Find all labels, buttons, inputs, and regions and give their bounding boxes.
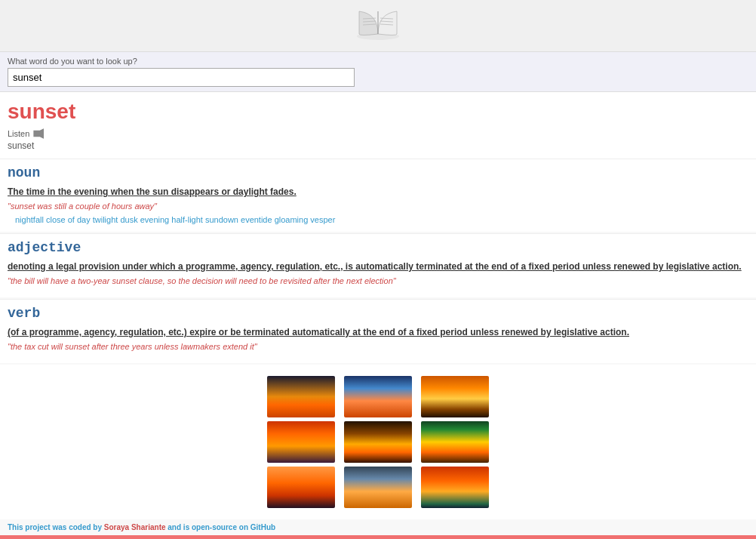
- word-phonetic: sunset: [0, 140, 756, 157]
- sunset-image-6[interactable]: [344, 467, 412, 508]
- sunset-image-7[interactable]: [421, 376, 489, 417]
- header: [0, 0, 756, 52]
- verb-definition: (of a programme, agency, regulation, etc…: [8, 325, 748, 339]
- search-input[interactable]: [8, 68, 355, 87]
- footer-note-middle: and is open-source on: [166, 523, 250, 531]
- pos-verb: verb: [8, 306, 748, 321]
- listen-icon[interactable]: [33, 128, 44, 139]
- noun-example: "sunset was still a couple of hours away…: [8, 202, 748, 211]
- footer-bar: Soraya Shariante 2021: [0, 535, 756, 539]
- adjective-definition: denoting a legal provision under which a…: [8, 260, 748, 273]
- noun-section: noun The time in the evening when the su…: [0, 159, 756, 232]
- word-section: sunset Listen sunset: [0, 92, 756, 159]
- noun-definition: The time in the evening when the sun dis…: [8, 185, 748, 199]
- sunset-image-2[interactable]: [267, 421, 335, 463]
- images-column-3: [421, 376, 489, 508]
- adjective-example: "the bill will have a two-year sunset cl…: [8, 276, 748, 285]
- author-link[interactable]: Soraya Shariante: [104, 523, 166, 531]
- pos-adjective: adjective: [8, 240, 748, 255]
- images-column-2: [344, 376, 412, 508]
- sunset-image-9[interactable]: [421, 467, 489, 508]
- listen-section: Listen: [0, 125, 756, 140]
- search-section: What word do you want to look up?: [0, 52, 756, 92]
- sunset-image-3[interactable]: [267, 467, 335, 508]
- github-link[interactable]: GitHub: [250, 523, 275, 531]
- word-title: sunset: [0, 92, 756, 125]
- sunset-image-1[interactable]: [267, 376, 335, 417]
- sunset-image-4[interactable]: [344, 376, 412, 417]
- listen-label: Listen: [8, 129, 29, 138]
- sunset-image-5[interactable]: [344, 421, 412, 463]
- book-icon: [352, 8, 404, 47]
- footer-note-prefix: This project was coded by: [8, 523, 104, 531]
- pos-noun: noun: [8, 165, 748, 180]
- sunset-image-8[interactable]: [421, 421, 489, 463]
- verb-section: verb (of a programme, agency, regulation…: [0, 299, 756, 363]
- verb-example: "the tax cut will sunset after three yea…: [8, 342, 748, 351]
- search-label: What word do you want to look up?: [8, 57, 748, 66]
- images-column-1: [267, 376, 335, 508]
- images-section: [0, 365, 756, 519]
- footer-note: This project was coded by Soraya Sharian…: [0, 519, 756, 535]
- adjective-section: adjective denoting a legal provision und…: [0, 233, 756, 297]
- noun-synonyms: nightfall close of day twilight dusk eve…: [8, 215, 748, 224]
